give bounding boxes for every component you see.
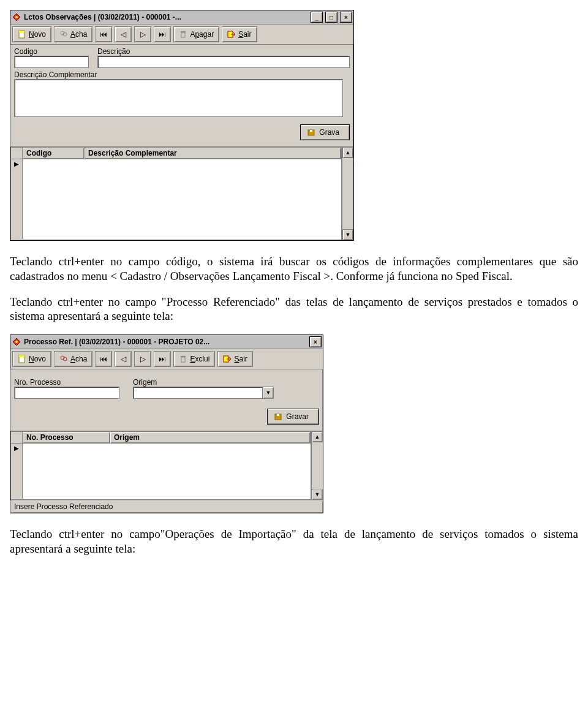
svg-rect-16 — [181, 356, 186, 357]
grid[interactable]: No. Processo Origem ▶ — [10, 431, 311, 500]
grava-button[interactable]: Grava — [300, 124, 350, 140]
grid-col-desc[interactable]: Descrição Complementar — [85, 148, 341, 159]
window-processo-ref: Processo Ref. | (03/02/2011) - 000001 - … — [10, 334, 323, 513]
nav-last-button[interactable]: ⏭ — [154, 26, 171, 42]
exit-icon — [223, 355, 232, 363]
nav-first-button[interactable]: ⏮ — [95, 26, 112, 42]
window-title: Lctos Observações | (03/02/2011) - 00000… — [24, 13, 308, 21]
form-area: Codigo Descrição Descrição Complementar — [10, 45, 353, 119]
save-icon — [274, 412, 282, 421]
nav-last-button[interactable]: ⏭ — [154, 351, 171, 367]
save-icon — [307, 128, 315, 137]
new-icon — [18, 355, 26, 363]
minimize-button[interactable]: _ — [311, 12, 323, 23]
label-nro-processo: Nro. Processo — [14, 378, 119, 387]
novo-button[interactable]: Novo — [12, 26, 51, 42]
svg-point-10 — [15, 341, 18, 343]
prev-icon: ◁ — [119, 355, 127, 363]
apagar-button[interactable]: Apagar — [173, 26, 219, 42]
codigo-input[interactable] — [14, 56, 89, 68]
svg-rect-5 — [181, 32, 185, 37]
nro-processo-input[interactable] — [14, 387, 119, 399]
scroll-up-icon[interactable]: ▲ — [312, 431, 323, 442]
gravar-label: Gravar — [286, 412, 309, 421]
paragraph-2: Teclando ctrl+enter no campo "Processo R… — [10, 295, 578, 324]
vscrollbar[interactable]: ▲ ▼ — [311, 431, 323, 500]
new-icon — [18, 30, 26, 39]
paragraph-3: Teclando ctrl+enter no campo"Operações d… — [10, 527, 578, 556]
acha-button[interactable]: Acha — [54, 351, 92, 367]
row-marker: ▶ — [11, 159, 23, 239]
label-codigo: Codigo — [14, 47, 89, 56]
app-icon — [12, 12, 21, 22]
gravar-button[interactable]: Gravar — [267, 409, 319, 425]
last-icon: ⏭ — [158, 355, 167, 363]
acha-button[interactable]: AAchacha — [54, 26, 92, 42]
scroll-down-icon[interactable]: ▼ — [312, 489, 323, 500]
svg-rect-6 — [181, 31, 186, 32]
nav-next-button[interactable]: ▷ — [134, 351, 151, 367]
grid-area: No. Processo Origem ▶ ▲ ▼ — [10, 431, 323, 500]
grid-col-origem[interactable]: Origem — [110, 432, 311, 443]
search-icon — [59, 355, 68, 363]
toolbar: Novo AAchacha ⏮ ◁ ▷ ⏭ Apagar Sair — [10, 25, 353, 45]
svg-rect-19 — [277, 414, 279, 416]
app-icon — [12, 337, 21, 347]
descricao-input[interactable] — [97, 56, 350, 68]
novo-label-u: N — [29, 30, 34, 39]
novo-label: ovo — [34, 30, 46, 39]
grid-col-processo[interactable]: No. Processo — [23, 432, 110, 443]
svg-rect-12 — [19, 355, 24, 357]
titlebar[interactable]: Processo Ref. | (03/02/2011) - 000001 - … — [10, 335, 323, 349]
window-lctos-observacoes: Lctos Observações | (03/02/2011) - 00000… — [10, 10, 354, 241]
sair-button[interactable]: Sair — [222, 26, 257, 42]
scroll-down-icon[interactable]: ▼ — [342, 229, 353, 240]
paragraph-1: Teclando ctrl+enter no campo código, o s… — [10, 254, 578, 284]
grid[interactable]: Codigo Descrição Complementar ▶ — [10, 147, 342, 240]
svg-point-0 — [15, 16, 18, 18]
next-icon: ▷ — [138, 30, 147, 39]
last-icon: ⏭ — [158, 30, 167, 39]
nav-prev-button[interactable]: ◁ — [115, 26, 132, 42]
label-desc-compl: Descrição Complementar — [14, 70, 97, 79]
grid-col-codigo[interactable]: Codigo — [23, 148, 85, 159]
exclui-button[interactable]: Exclui — [173, 351, 215, 367]
toolbar: Novo Acha ⏮ ◁ ▷ ⏭ Exclui Sair — [10, 349, 323, 369]
delete-icon — [179, 30, 187, 39]
chevron-down-icon[interactable]: ▼ — [263, 387, 274, 399]
origem-combo[interactable]: ▼ — [133, 387, 274, 399]
nav-first-button[interactable]: ⏮ — [95, 351, 112, 367]
label-origem: Origem — [133, 378, 274, 387]
scroll-up-icon[interactable]: ▲ — [342, 147, 353, 158]
svg-rect-15 — [181, 357, 185, 362]
maximize-button[interactable]: □ — [325, 12, 337, 23]
close-button[interactable]: × — [309, 336, 322, 347]
prev-icon: ◁ — [119, 30, 127, 39]
close-button[interactable]: × — [340, 12, 352, 23]
status-bar: Insere Processo Referenciado — [10, 500, 323, 513]
vscrollbar[interactable]: ▲ ▼ — [342, 147, 353, 240]
origem-input[interactable] — [133, 387, 263, 399]
svg-rect-9 — [310, 130, 312, 132]
sair-button[interactable]: Sair — [217, 351, 252, 367]
first-icon: ⏮ — [99, 355, 108, 363]
exit-icon — [227, 30, 236, 39]
nav-prev-button[interactable]: ◁ — [115, 351, 132, 367]
novo-button[interactable]: Novo — [12, 351, 51, 367]
grid-area: Codigo Descrição Complementar ▶ ▲ ▼ — [10, 147, 353, 240]
delete-icon — [179, 355, 187, 363]
grava-label: Grava — [319, 128, 339, 137]
desc-compl-input[interactable] — [14, 79, 343, 117]
search-icon — [59, 30, 68, 39]
titlebar[interactable]: Lctos Observações | (03/02/2011) - 00000… — [10, 10, 353, 25]
svg-rect-2 — [19, 31, 24, 32]
form-area: Nro. Processo Origem ▼ — [10, 369, 323, 404]
row-marker: ▶ — [11, 444, 23, 499]
nav-next-button[interactable]: ▷ — [134, 26, 151, 42]
next-icon: ▷ — [138, 355, 147, 363]
window-title: Processo Ref. | (03/02/2011) - 000001 - … — [24, 338, 307, 346]
label-descricao: Descrição — [97, 47, 350, 56]
first-icon: ⏮ — [99, 30, 108, 39]
